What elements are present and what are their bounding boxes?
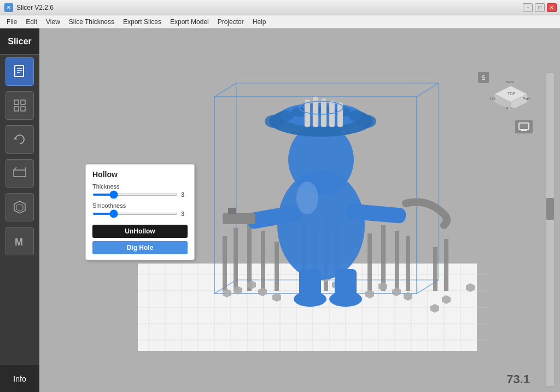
smoothness-slider[interactable]	[92, 213, 178, 215]
thickness-slider[interactable]	[92, 194, 178, 196]
svg-rect-60	[433, 247, 438, 291]
unhollow-button[interactable]: UnHollow	[92, 225, 188, 238]
close-button[interactable]: ✕	[547, 3, 557, 12]
menu-export-model[interactable]: Export Model	[166, 17, 213, 27]
thickness-value: 3	[181, 191, 188, 198]
smoothness-value: 3	[181, 210, 188, 217]
minimize-button[interactable]: −	[523, 3, 533, 12]
svg-text:Right: Right	[523, 97, 530, 100]
svg-text:M: M	[15, 237, 23, 248]
svg-marker-13	[16, 204, 23, 211]
svg-rect-5	[21, 100, 25, 104]
menu-bar: File Edit View Slice Thickness Export Sl…	[0, 15, 560, 28]
svg-rect-0	[15, 66, 24, 77]
menu-slice-thickness[interactable]: Slice Thickness	[65, 17, 119, 27]
smoothness-slider-row: Smoothness 3	[92, 202, 188, 217]
sidebar-title: Slicer	[0, 28, 39, 55]
menu-projector[interactable]: Projector	[213, 17, 248, 27]
smoothness-slider-container: 3	[92, 210, 188, 217]
svg-line-44	[417, 83, 439, 97]
view-cube[interactable]: TOP Back Front Left Right	[489, 72, 533, 116]
svg-rect-112	[519, 123, 529, 130]
thickness-slider-row: Thickness 3	[92, 183, 188, 198]
svg-rect-6	[14, 107, 19, 111]
sidebar-btn-grid[interactable]	[5, 91, 34, 120]
svg-point-102	[329, 291, 362, 307]
svg-rect-9	[14, 170, 26, 177]
scrollbar-thumb[interactable]	[546, 198, 554, 220]
svg-rect-56	[368, 233, 372, 291]
menu-export-slices[interactable]: Export Slices	[119, 17, 166, 27]
smoothness-label: Smoothness	[92, 202, 188, 209]
svg-rect-58	[395, 231, 399, 291]
maximize-button[interactable]: □	[535, 3, 545, 12]
svg-rect-47	[223, 236, 227, 291]
sidebar: Slicer	[0, 28, 39, 392]
svg-rect-59	[406, 236, 410, 291]
sidebar-btn-new-file[interactable]	[5, 57, 34, 86]
svg-text:Left: Left	[490, 97, 495, 100]
menu-file[interactable]: File	[2, 17, 21, 27]
svg-point-87	[357, 115, 376, 128]
svg-rect-49	[247, 223, 252, 291]
sidebar-btn-text[interactable]: M	[5, 227, 34, 255]
thickness-label: Thickness	[92, 183, 188, 190]
menu-edit[interactable]: Edit	[21, 17, 42, 27]
svg-point-103	[296, 182, 318, 214]
thickness-slider-container: 3	[92, 191, 188, 198]
svg-point-101	[294, 291, 326, 307]
menu-help[interactable]: Help	[248, 17, 271, 27]
svg-marker-12	[14, 201, 25, 213]
window-title: Slicer V2.2.6	[16, 4, 54, 11]
menu-view[interactable]: View	[42, 17, 65, 27]
hollow-panel-title: Hollow	[92, 170, 188, 179]
svg-text:Back: Back	[506, 80, 514, 84]
window-controls: − □ ✕	[523, 3, 557, 12]
svg-rect-4	[14, 100, 19, 104]
sidebar-btn-hollow[interactable]	[5, 193, 34, 221]
svg-rect-61	[444, 239, 448, 291]
svg-rect-97	[228, 208, 236, 214]
svg-text:TOP: TOP	[508, 92, 516, 96]
sidebar-btn-rotate[interactable]	[5, 125, 34, 154]
vertical-scrollbar[interactable]	[546, 72, 555, 387]
svg-rect-96	[223, 213, 255, 224]
sidebar-info: Info	[0, 365, 39, 392]
svg-marker-8	[13, 137, 18, 139]
viewport-area[interactable]: Hollow Thickness 3 Smoothness 3 UnHollow…	[39, 28, 560, 392]
app-icon: S	[4, 3, 13, 12]
svg-line-43	[214, 83, 236, 97]
svg-rect-50	[261, 231, 265, 291]
svg-text:Front: Front	[506, 107, 514, 110]
svg-point-83	[277, 110, 294, 121]
svg-rect-51	[275, 242, 279, 291]
hollow-panel: Hollow Thickness 3 Smoothness 3 UnHollow…	[85, 164, 195, 260]
svg-rect-7	[21, 107, 25, 111]
svg-rect-57	[381, 225, 386, 291]
sidebar-btn-trim[interactable]	[5, 159, 34, 188]
dig-hole-button[interactable]: Dig Hole	[92, 241, 188, 254]
main-layout: Slicer	[0, 28, 560, 392]
svg-rect-91	[321, 98, 326, 127]
s-button[interactable]: S	[478, 72, 489, 83]
title-bar: S Slicer V2.2.6 − □ ✕	[0, 0, 560, 15]
zoom-value: 73.1	[506, 372, 530, 387]
screen-icon[interactable]	[515, 120, 533, 133]
svg-rect-48	[234, 228, 238, 291]
